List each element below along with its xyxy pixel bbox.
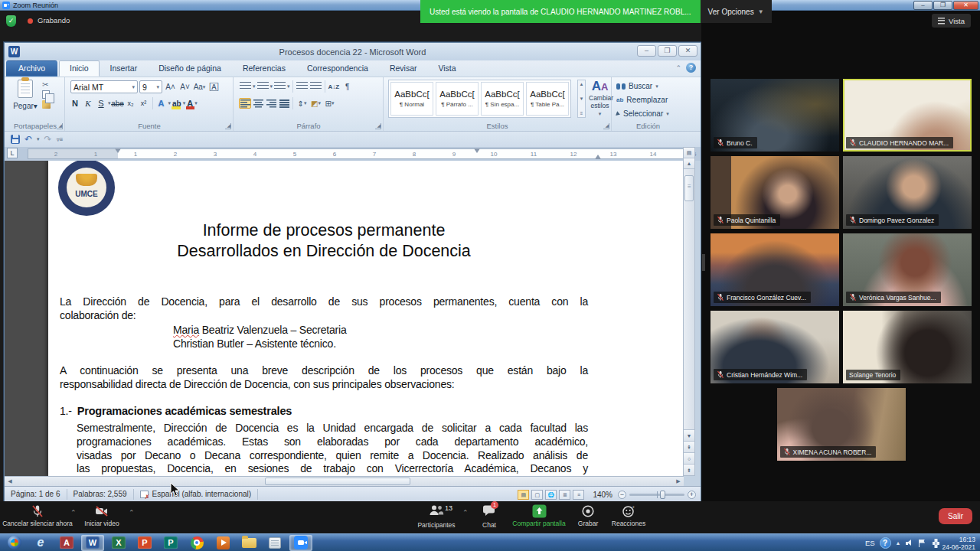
taskbar-powerpoint-button[interactable]: P [133, 535, 156, 551]
underline-dropdown[interactable]: ▾ [108, 100, 111, 106]
strikethrough-button[interactable]: abe [112, 97, 124, 109]
taskbar-file-explorer-button[interactable] [237, 535, 260, 551]
mute-options-caret[interactable]: ⌃ [70, 509, 77, 517]
tab-inicio[interactable]: Inicio [59, 60, 100, 77]
change-case-button[interactable]: Aa▾ [193, 81, 206, 93]
video-tile-francisco-gonzalez-cuev[interactable]: Francisco González Cuev... [710, 233, 839, 306]
grow-font-button[interactable]: A˄ [164, 81, 177, 93]
find-button[interactable]: Buscar▾ [616, 82, 658, 90]
speaker-icon[interactable] [906, 540, 914, 546]
subscript-button[interactable]: x₂ [125, 97, 137, 109]
paragraph-dialog-launcher[interactable]: ◢ [375, 123, 381, 129]
zoom-minimize-button[interactable]: – [913, 1, 933, 10]
video-tile-cristian-hernandez-wim[interactable]: Cristian Hernández Wim... [710, 311, 839, 383]
view-options-button[interactable]: Ver Opciones▼ [701, 0, 772, 23]
zoom-restore-button[interactable]: ❐ [933, 1, 952, 10]
text-effects-button[interactable]: A [155, 97, 168, 109]
panel-divider-handle[interactable] [702, 254, 705, 271]
draft-view-button[interactable]: ≡ [573, 490, 584, 500]
video-tile-bruno-c[interactable]: Bruno C. [710, 79, 839, 152]
vertical-scrollbar[interactable]: ▤ ▲ ▼ ⇞ ○ ⇟ [683, 147, 695, 476]
tray-question-icon[interactable]: ? [880, 537, 891, 549]
tab-insertar[interactable]: Insertar [100, 60, 149, 77]
browse-object-button[interactable]: ○ [684, 452, 694, 464]
horizontal-scroll-thumb[interactable] [265, 478, 410, 485]
zoom-slider-thumb[interactable] [660, 491, 665, 499]
horizontal-ruler[interactable]: 21123456789101112131415 [28, 148, 686, 159]
print-layout-view-button[interactable]: ▤ [518, 490, 529, 500]
taskbar-word-button[interactable]: W [81, 535, 104, 551]
taskbar-zoom-button[interactable] [289, 535, 312, 551]
style-table-pa[interactable]: AaBbCc[¶ Table Pa... [526, 82, 569, 116]
line-spacing-button[interactable]: ⇕▾ [296, 97, 309, 109]
reactions-button[interactable]: + Reacciones [607, 504, 650, 527]
clear-formatting-button[interactable]: 🄰 [207, 81, 220, 93]
collapse-ribbon-icon[interactable]: ⌃ [675, 64, 681, 72]
tab-referencias[interactable]: Referencias [232, 60, 296, 77]
styles-gallery-scroll[interactable]: ▲▼≡ [577, 80, 586, 118]
zoom-level[interactable]: 140% [593, 491, 612, 499]
taskbar-internet-explorer-button[interactable]: e [29, 535, 52, 551]
participants-button[interactable]: 13 Participantes [413, 504, 459, 529]
numbering-button[interactable] [256, 81, 270, 92]
zoom-in-button[interactable]: + [688, 491, 696, 499]
word-maximize-button[interactable]: ❐ [658, 45, 677, 57]
ruler-toggle-button[interactable]: ▤ [684, 148, 694, 158]
increase-indent-button[interactable] [309, 81, 322, 92]
paste-button[interactable]: Pegar▾ [12, 80, 38, 119]
clipboard-dialog-launcher[interactable]: ◢ [57, 123, 63, 129]
tray-app-icon[interactable] [933, 542, 936, 545]
horizontal-scrollbar[interactable]: ◀ ▶ [5, 476, 684, 486]
taskbar-clock[interactable]: 16:13 24-06-2021 [942, 536, 975, 551]
view-button[interactable]: Vista [932, 14, 971, 28]
undo-icon[interactable]: ↶ [24, 135, 32, 144]
video-tile-domingo-pavez-gonzalez[interactable]: Domingo Pavez Gonzalez [843, 156, 972, 229]
record-button[interactable]: Grabar [573, 504, 603, 527]
outline-view-button[interactable]: ≣ [559, 490, 570, 500]
zoom-close-button[interactable]: ✕ [953, 1, 978, 10]
taskbar-excel-button[interactable]: X [107, 535, 130, 551]
previous-page-button[interactable]: ⇞ [684, 441, 694, 452]
copy-icon[interactable] [42, 90, 50, 99]
highlight-button[interactable]: ab [172, 99, 182, 109]
align-left-button[interactable] [239, 98, 251, 109]
redo-icon[interactable]: ↷ [44, 135, 52, 144]
zoom-slider[interactable] [629, 494, 684, 496]
multilevel-list-button[interactable] [273, 81, 286, 92]
italic-button[interactable]: K [82, 97, 94, 109]
vertical-scroll-thumb[interactable] [684, 175, 694, 201]
taskbar-chrome-button[interactable] [185, 535, 208, 551]
taskbar-publisher-button[interactable]: P [159, 535, 182, 551]
font-size-select[interactable]: 9▾ [139, 80, 162, 93]
start-video-button[interactable]: Iniciar video [78, 504, 126, 527]
video-tile-ximena-acuna-rober[interactable]: XIMENA ACUNA ROBER... [777, 388, 906, 461]
save-icon[interactable] [11, 135, 20, 144]
font-name-select[interactable]: Arial MT▾ [70, 80, 138, 93]
word-titlebar[interactable]: W Procesos docencia 22 - Microsoft Word [5, 43, 701, 60]
justify-button[interactable] [278, 98, 290, 109]
action-center-flag-icon[interactable] [919, 540, 926, 547]
web-view-button[interactable]: 🌐 [545, 490, 557, 500]
help-icon[interactable]: ? [686, 63, 696, 73]
participants-caret[interactable]: ⌃ [462, 509, 469, 517]
align-center-button[interactable] [252, 98, 264, 109]
customize-qat-icon[interactable]: ▿≡ [57, 136, 64, 143]
language-indicator[interactable]: Español (alfab. internacional) [134, 489, 259, 500]
video-tile-veronica-vargas-sanhue[interactable]: Verónica Vargas Sanhue... [843, 233, 972, 306]
shrink-font-button[interactable]: A˅ [178, 81, 191, 93]
cut-icon[interactable]: ✂ [42, 80, 51, 89]
left-margin-marker[interactable] [115, 148, 121, 153]
video-tile-paola-quintanilla[interactable]: Paola Quintanilla [710, 156, 839, 229]
next-page-button[interactable]: ⇟ [684, 464, 694, 475]
language-indicator-tray[interactable]: ES [865, 539, 875, 547]
share-screen-button[interactable]: Compartir pantalla [505, 504, 573, 527]
first-line-indent-marker[interactable] [474, 148, 480, 153]
show-paragraph-marks-button[interactable]: ¶ [341, 80, 354, 93]
unmute-button[interactable]: Cancelar silenciar ahora [6, 504, 69, 527]
tab-archivo[interactable]: Archivo [6, 60, 57, 77]
taskbar-notes-button[interactable] [263, 535, 286, 551]
shading-button[interactable]: ◩▾ [309, 97, 322, 109]
underline-button[interactable]: S [95, 97, 107, 109]
superscript-button[interactable]: x² [138, 97, 150, 109]
styles-dialog-launcher[interactable]: ◢ [603, 123, 609, 129]
